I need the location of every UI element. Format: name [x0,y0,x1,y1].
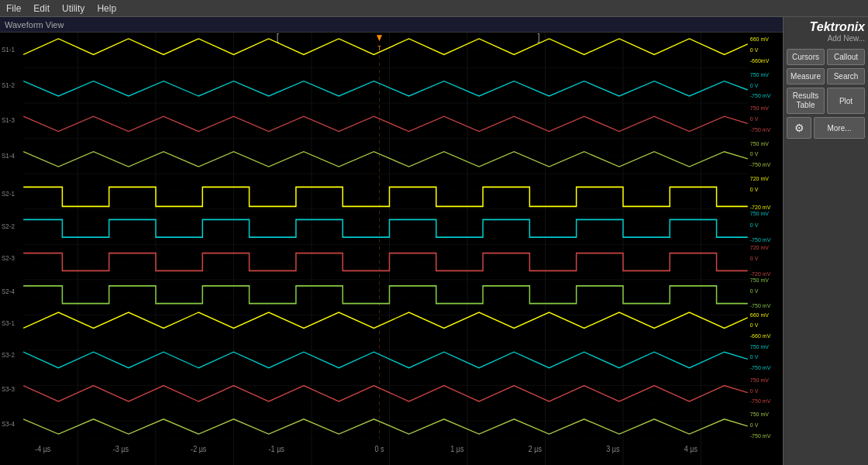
svg-text:-750 mV: -750 mV [750,236,771,243]
svg-text:S1-1: S1-1 [2,46,15,54]
svg-text:▼: ▼ [374,33,384,44]
svg-text:-660mV: -660mV [750,57,770,64]
waveform-area: Waveform View [0,17,783,465]
svg-text:750 mV: 750 mV [750,377,769,384]
waveform-title: Waveform View [0,17,783,33]
results-table-button[interactable]: Results Table [787,88,825,114]
search-button[interactable]: Search [827,68,865,84]
svg-text:0 V: 0 V [750,353,759,361]
more-button[interactable]: More... [814,117,865,139]
menu-file[interactable]: File [6,3,21,14]
brand-header: Tektronix Add New... [787,20,865,43]
svg-text:750 mV: 750 mV [750,71,769,79]
svg-text:1 µs: 1 µs [450,444,463,453]
svg-text:0 V: 0 V [750,46,759,54]
mid-btn-row: Measure Search [787,68,865,84]
svg-text:0 V: 0 V [750,422,759,429]
plot-button[interactable]: Plot [827,88,865,114]
brand-sub: Add New... [828,34,865,43]
waveform-canvas[interactable]: ▼ T [ ] [0,33,783,465]
results-btn-row: Results Table Plot [787,88,865,114]
menu-utility[interactable]: Utility [62,3,84,14]
svg-text:0 V: 0 V [750,254,759,262]
svg-text:0 V: 0 V [750,288,759,295]
svg-text:-750 mV: -750 mV [750,398,771,405]
svg-text:0 V: 0 V [750,322,759,329]
svg-text:S2-3: S2-3 [2,253,15,262]
settings-btn-row: ⚙ More... [787,117,865,139]
svg-text:-660 mV: -660 mV [750,332,771,340]
svg-text:750 mV: 750 mV [750,209,769,217]
svg-text:0 V: 0 V [750,186,759,194]
brand-name: Tektronix [810,20,865,34]
svg-text:750 mV: 750 mV [750,277,769,284]
svg-rect-0 [0,33,783,465]
svg-text:-750 mV: -750 mV [750,126,771,133]
svg-text:-3 µs: -3 µs [113,444,129,453]
svg-text:S1-2: S1-2 [2,81,15,89]
svg-text:-750 mV: -750 mV [750,432,771,439]
svg-text:0 s: 0 s [374,444,384,453]
svg-text:-4 µs: -4 µs [35,444,50,453]
svg-text:S2-4: S2-4 [2,288,15,296]
svg-text:S3-3: S3-3 [2,385,15,394]
top-btn-row: Cursors Callout [787,49,865,65]
svg-text:0 V: 0 V [750,221,759,229]
svg-text:660 mV: 660 mV [750,311,769,319]
waveform-svg: ▼ T [ ] [0,33,783,465]
settings-gear-button[interactable]: ⚙ [787,117,811,139]
svg-text:S1-3: S1-3 [2,116,15,125]
svg-text:-750 mV: -750 mV [750,92,771,100]
svg-text:720 mV: 720 mV [750,175,769,183]
menubar: File Edit Utility Help [0,0,868,17]
svg-text:750 mV: 750 mV [750,140,769,147]
svg-text:0 V: 0 V [750,81,759,89]
waveform-view-label: Waveform View [5,20,64,29]
svg-text:]: ] [537,33,539,43]
svg-text:0 V: 0 V [750,115,759,122]
svg-text:0 V: 0 V [750,387,759,394]
svg-text:750 mV: 750 mV [750,105,769,112]
svg-text:750 mV: 750 mV [750,411,769,418]
callout-button[interactable]: Callout [827,49,865,65]
svg-text:2 µs: 2 µs [529,444,542,453]
main-layout: Waveform View [0,17,868,465]
measure-button[interactable]: Measure [787,68,825,84]
svg-text:-750 mV: -750 mV [750,364,771,372]
right-panel: Tektronix Add New... Cursors Callout Mea… [783,17,868,465]
svg-text:S2-1: S2-1 [2,189,15,198]
svg-text:S3-4: S3-4 [2,419,15,428]
svg-text:720 mV: 720 mV [750,244,769,252]
svg-text:-2 µs: -2 µs [191,444,206,453]
menu-help[interactable]: Help [97,3,116,14]
svg-text:-1 µs: -1 µs [269,444,284,453]
menu-edit[interactable]: Edit [33,3,50,14]
svg-text:S2-2: S2-2 [2,222,15,230]
svg-text:750 mV: 750 mV [750,343,769,350]
cursors-button[interactable]: Cursors [787,49,825,65]
svg-text:0 V: 0 V [750,150,759,158]
svg-text:660 mV: 660 mV [750,36,769,43]
svg-text:-750 mV: -750 mV [750,161,771,169]
svg-text:S3-2: S3-2 [2,351,15,360]
svg-text:-750 mV: -750 mV [750,302,771,310]
svg-text:T: T [377,43,382,52]
svg-text:S1-4: S1-4 [2,151,15,160]
svg-text:4 µs: 4 µs [684,444,698,453]
svg-text:S3-1: S3-1 [2,319,15,328]
svg-text:3 µs: 3 µs [606,444,619,453]
